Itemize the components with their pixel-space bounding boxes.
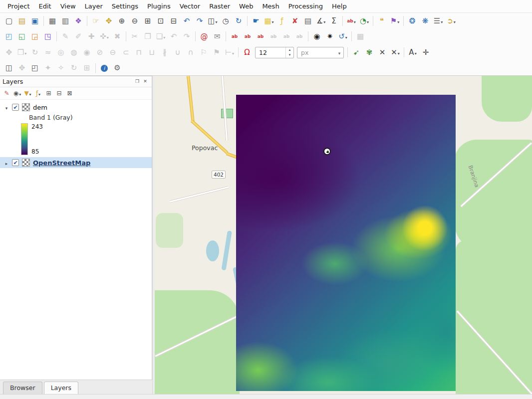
expander-closed-icon[interactable] [4, 159, 9, 167]
move-label-button[interactable]: ab [267, 30, 280, 43]
pan-to-selection-button[interactable]: ✥ [102, 14, 115, 27]
redo-button[interactable]: ↷ [180, 30, 193, 43]
manage-map-themes-button[interactable]: ◉ [12, 88, 22, 99]
save-project-button[interactable]: ▣ [28, 14, 41, 27]
menu-project[interactable]: Project [3, 1, 34, 11]
pin-unpin-labels-button[interactable]: ✥ [15, 62, 28, 75]
add-part-button[interactable]: ◍ [67, 46, 80, 59]
zoom-last-button[interactable]: ↶ [180, 14, 193, 27]
delete-part-button[interactable]: ⊖ [106, 46, 119, 59]
html-annotation-button[interactable]: ✾ [363, 46, 376, 59]
spin-up-icon[interactable] [286, 47, 293, 53]
cut-features-button[interactable]: ✂ [128, 30, 141, 43]
show-layout-manager-button[interactable]: ▥ [59, 14, 72, 27]
collapse-all-button[interactable]: ⊟ [54, 88, 64, 99]
paste-features-button[interactable]: ❏ [154, 30, 167, 43]
tab-browser[interactable]: Browser [3, 382, 42, 394]
split-features-button[interactable]: ∦ [158, 46, 171, 59]
layer-labeling-blocking-button[interactable]: ab [254, 30, 267, 43]
layer-row-openstreetmap[interactable]: OpenStreetMap [0, 157, 152, 168]
split-parts-button[interactable]: ⊔ [145, 46, 158, 59]
layer-visibility-checkbox[interactable] [12, 159, 19, 166]
layer-row-dem[interactable]: dem [0, 102, 152, 113]
vertex-tool-button[interactable]: ✜ [98, 30, 111, 43]
tab-layers[interactable]: Layers [44, 382, 78, 394]
deselect-features-button[interactable]: ✘ [288, 14, 301, 27]
expand-all-button[interactable]: ⊞ [43, 88, 54, 99]
menu-settings[interactable]: Settings [107, 1, 143, 11]
open-data-source-manager-button[interactable]: ◰ [2, 30, 15, 43]
offset-curve-button[interactable]: ⊂ [119, 46, 132, 59]
select-features-button[interactable]: ▦ [263, 14, 275, 27]
menu-view[interactable]: View [56, 1, 80, 11]
zoom-to-layer-button[interactable]: ⊟ [167, 14, 180, 27]
show-hidden-labels-button[interactable]: ✧ [54, 62, 67, 75]
change-label-properties-button[interactable]: ⊞ [80, 62, 93, 75]
new-project-button[interactable]: ▢ [2, 14, 15, 27]
zoom-in-button[interactable]: ⊕ [115, 14, 128, 27]
new-geopackage-layer-button[interactable]: ◱ [15, 30, 28, 43]
show-map-tips-button[interactable]: ❝ [375, 14, 388, 27]
save-layer-edits-button[interactable]: ✐ [72, 30, 85, 43]
close-panel-button[interactable]: ✕ [141, 78, 149, 86]
zoom-out-button[interactable]: ⊖ [128, 14, 141, 27]
menu-help[interactable]: Help [327, 1, 351, 11]
font-size-spinner[interactable]: 12 [255, 47, 294, 58]
filter-legend-by-expression-button[interactable]: ƒ [33, 88, 43, 99]
options-wrench-button[interactable]: ⚙ [111, 62, 124, 75]
refresh-map-button[interactable]: ↻ [232, 14, 245, 27]
font-unit-combo[interactable]: px [297, 47, 344, 58]
expander-open-icon[interactable] [4, 104, 9, 111]
pan-map-button[interactable]: ☞ [89, 14, 102, 27]
trim-extend-button[interactable]: ⊢ [223, 46, 236, 59]
annotation-options-button[interactable]: ✕ [389, 46, 402, 59]
annotation-arrow-button[interactable]: ➹ [350, 46, 363, 59]
delete-ring-button[interactable]: ⊘ [93, 46, 106, 59]
simplify-feature-button[interactable]: ≈ [41, 46, 54, 59]
processing-toolbox-button[interactable]: ❋ [419, 14, 432, 27]
zoom-full-extent-button[interactable]: ⊞ [141, 14, 154, 27]
geocode-address-button[interactable]: @ [198, 30, 211, 43]
menu-mesh[interactable]: Mesh [258, 1, 283, 11]
remove-layer-button[interactable]: ⊠ [64, 88, 75, 99]
menu-plugins[interactable]: Plugins [143, 1, 175, 11]
highlight-pinned-labels-button[interactable]: ✦ [41, 62, 54, 75]
toggle-editing-button[interactable]: ✎ [59, 30, 72, 43]
offset-point-symbol-button[interactable]: ⚑ [210, 46, 223, 59]
add-feature-button[interactable]: ✚ [85, 30, 98, 43]
new-print-layout-button[interactable]: ▦ [46, 14, 59, 27]
statistical-summary-button[interactable]: Σ [327, 14, 340, 27]
open-attribute-table-button[interactable]: ▤ [301, 14, 314, 27]
open-layer-styling-panel-button[interactable]: ✎ [1, 88, 12, 99]
diagram-options-button[interactable]: ◔ [358, 14, 371, 27]
map-animation-button[interactable]: ◉ [310, 30, 323, 43]
new-shapefile-layer-button[interactable]: ◲ [28, 30, 41, 43]
change-label-button[interactable]: ab [293, 30, 306, 43]
merge-attributes-button[interactable]: ∩ [184, 46, 197, 59]
copy-move-feature-button[interactable]: ❐ [15, 46, 28, 59]
copy-features-button[interactable]: ❐ [141, 30, 154, 43]
toolbox-menu-button[interactable]: ☰ [432, 14, 445, 27]
style-manager-button[interactable]: ❖ [72, 14, 85, 27]
show-map-tips-info-button[interactable]: i [98, 62, 111, 75]
spin-down-icon[interactable] [286, 52, 293, 58]
undo-button[interactable]: ↶ [167, 30, 180, 43]
map-canvas[interactable]: Popovac 402 Branjina [155, 76, 532, 394]
menu-edit[interactable]: Edit [34, 1, 55, 11]
text-format-button[interactable]: A [406, 46, 419, 59]
move-feature-button[interactable]: ✥ [2, 46, 15, 59]
measure-button[interactable]: ∡ [314, 14, 327, 27]
nominatim-geocoder-button[interactable]: ➲ [445, 14, 458, 27]
rotate-label-tool-button[interactable]: ↻ [67, 62, 80, 75]
remove-annotation-button[interactable]: ✕ [376, 46, 389, 59]
rotate-label-button[interactable]: ab [280, 30, 293, 43]
add-ring-button[interactable]: ◎ [54, 46, 67, 59]
data-refresh-button[interactable]: ↺ [336, 30, 349, 43]
panel-grid-button[interactable]: ▦ [354, 30, 367, 43]
reshape-features-button[interactable]: ⊓ [132, 46, 145, 59]
zoom-to-selection-button[interactable]: ⊡ [154, 14, 167, 27]
menu-vector[interactable]: Vector [175, 1, 205, 11]
open-project-button[interactable]: ▤ [15, 14, 28, 27]
add-annotation-window-button[interactable]: ◰ [28, 62, 41, 75]
fill-ring-button[interactable]: ◉ [80, 46, 93, 59]
